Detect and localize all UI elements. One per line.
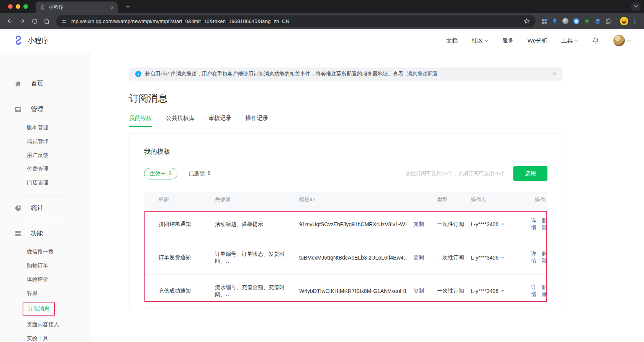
sidebar-item-feedback[interactable]: 用户反馈 [0,148,91,162]
chevron-down-icon[interactable] [501,290,504,292]
sidebar-item-payment[interactable]: 付费管理 [0,162,91,176]
sidebar-divider [26,195,66,196]
filter-deleted[interactable]: 已删除6 [189,170,211,177]
extension-grid-icon[interactable] [539,16,549,26]
reload-icon [31,18,38,25]
copy-link[interactable]: 复制 [413,288,424,294]
extensions-puzzle-icon[interactable] [603,16,614,26]
sidebar-item-shopping-orders[interactable]: 购物订单 [0,259,91,273]
home-button[interactable] [41,15,53,27]
sidebar-section-manage[interactable]: 管理 [0,102,91,117]
sidebar-features-items: 微信搜一搜 购物订单 体验评价 客服 订阅消息 页面内容接入 实验工具 [0,245,91,342]
sidebar-item-home[interactable]: 首页 [0,76,91,91]
sidebar-item-stores[interactable]: 门店管理 [0,176,91,190]
site-info-icon[interactable] [61,18,67,24]
sidebar-section-features[interactable]: 功能 [0,226,91,241]
sidebar-item-subscribe-message-active[interactable]: 订阅消息 [0,300,91,318]
url-text[interactable]: mp.weixin.qq.com/wxamp/newtmpl/mytmpl?st… [71,18,519,24]
delete-link[interactable]: 删除 [542,217,547,231]
sidebar-item-page-content[interactable]: 页面内容接入 [0,318,91,332]
tab-search-button[interactable] [631,2,641,11]
chevron-down-icon[interactable] [501,257,504,259]
tab-strip: 小程序 × + [0,0,644,13]
message-push-config-link[interactable]: 消息推送配置 [407,71,438,77]
chevron-down-icon[interactable] [501,224,504,225]
extension-gem-icon[interactable] [549,16,560,26]
sidebar-item-members[interactable]: 成员管理 [0,135,91,148]
nav-we-analytics[interactable]: We分析 [528,37,547,44]
reload-button[interactable] [28,15,41,27]
sidebar-item-experiment-tools[interactable]: 实验工具 [0,332,91,342]
delete-link[interactable]: 删除 [542,284,547,298]
home-icon [43,18,50,25]
template-id: W4ybDTIwCfKHtMKR7fSfx8M-G1ANVxenH1j… [299,288,406,294]
url-bar[interactable]: mp.weixin.qq.com/wxamp/newtmpl/mytmpl?st… [56,15,536,27]
col-actions: 操作 [531,196,547,203]
tab-favicon-miniprogram-icon [39,4,45,10]
col-title: 标题 [144,196,215,203]
browser-toolbar: mp.weixin.qq.com/wxamp/newtmpl/mytmpl?st… [0,13,644,29]
minimize-window-button[interactable] [16,4,20,9]
chevron-down-icon [485,39,488,42]
browser-menu-button[interactable]: ⋮ [629,16,640,26]
template-type: 一次性订阅 [437,254,471,261]
user-avatar [613,35,625,46]
copy-link[interactable]: 复制 [413,254,424,261]
detail-link[interactable]: 详情 [531,284,536,298]
quota-hint: 一次性订阅可选用50个，长期订阅可选用25个 [400,170,505,177]
banner-close-icon[interactable]: × [552,70,556,78]
copy-link[interactable]: 复制 [413,221,424,228]
template-title: 拼团结果通知 [144,221,215,228]
extension-star-icon[interactable] [582,16,592,26]
back-button[interactable] [4,15,16,27]
table-rows: 拼团结果通知 活动标题、温馨提示 91myUgfSCvzEbFJyq91hCMR… [144,208,547,308]
maximize-window-button[interactable] [23,4,28,9]
sidebar-item-experience-review[interactable]: 体验评价 [0,273,91,286]
sidebar-item-customer-service[interactable]: 客服 [0,286,91,300]
app-nav: 文档 社区 服务 We分析 工具 [446,35,631,46]
sidebar-section-statistics[interactable]: 统计 [0,200,91,215]
filter-active-pill[interactable]: 生效中3 [144,168,177,179]
nav-tools[interactable]: 工具 [561,37,578,44]
tab-review-records[interactable]: 审核记录 [208,115,231,127]
new-tab-button[interactable]: + [123,3,133,11]
account-menu[interactable] [613,35,631,46]
tab-my-templates[interactable]: 我的模板 [129,115,152,127]
template-title: 充值成功通知 [144,288,215,294]
back-arrow-icon [7,18,13,25]
pie-chart-icon [15,204,22,212]
chevron-down-icon [634,5,638,8]
sidebar: 首页 管理 版本管理 成员管理 用户反馈 付费管理 门店管理 统计 [0,52,91,342]
tab-public-library[interactable]: 公共模板库 [166,115,195,127]
detail-link[interactable]: 详情 [531,217,536,231]
extension-globe-icon[interactable] [560,16,571,26]
miniprogram-brand[interactable]: 小程序 [13,35,48,46]
notification-bell-button[interactable] [592,37,600,44]
table-row: 充值成功通知 流水编号、充值金额、充值时间、… W4ybDTIwCfKHtMKR… [144,275,547,308]
miniprogram-logo-icon [13,35,24,46]
toolbar-divider [616,18,616,25]
template-title: 订单发货通知 [144,254,215,261]
nav-docs[interactable]: 文档 [446,37,458,44]
chevron-down-icon [627,39,631,42]
my-templates-card: 我的模板 生效中3 已删除6 一次性订阅可选用50个，长期订阅可选用25个 选用… [129,133,562,308]
tab-close-icon[interactable]: × [110,4,114,11]
tab-title: 小程序 [49,4,110,11]
bookmark-star-icon[interactable] [523,18,530,25]
sidebar-item-wechat-search[interactable]: 微信搜一搜 [0,245,91,259]
nav-community[interactable]: 社区 [472,37,488,44]
tab-operation-records[interactable]: 操作记录 [245,115,268,127]
close-window-button[interactable] [8,4,13,9]
delete-link[interactable]: 删除 [542,251,547,265]
profile-avatar[interactable] [619,16,629,26]
sidebar-item-version[interactable]: 版本管理 [0,121,91,135]
browser-tab[interactable]: 小程序 × [36,2,118,13]
forward-button[interactable] [16,15,28,27]
select-template-button[interactable]: 选用 [513,166,547,181]
extension-layers-icon[interactable] [592,16,603,26]
extension-ring-icon[interactable] [571,16,582,26]
detail-link[interactable]: 详情 [531,251,536,265]
template-keywords: 活动标题、温馨提示 [215,221,299,228]
active-count: 3 [169,170,172,177]
nav-services[interactable]: 服务 [502,37,514,44]
